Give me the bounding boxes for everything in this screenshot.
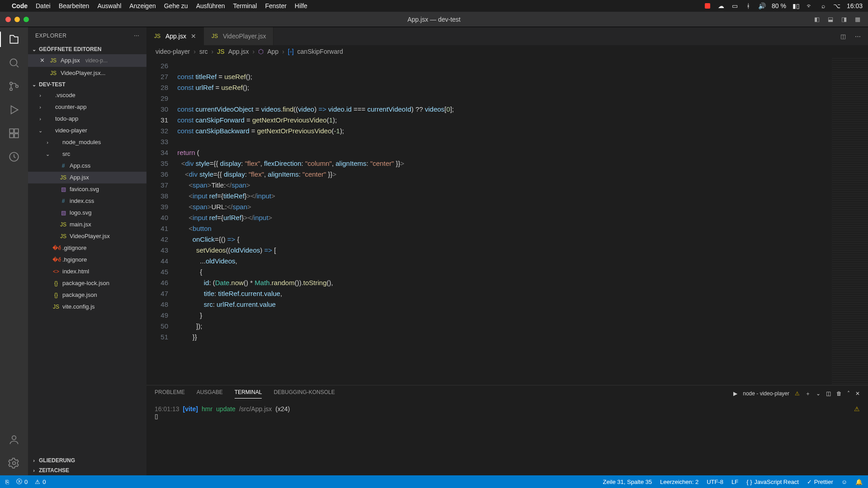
tree-file[interactable]: �ề.gitignore <box>28 242 146 254</box>
menu-select[interactable]: Auswahl <box>97 2 121 9</box>
terminal-process-icon[interactable]: ▶ <box>733 390 737 397</box>
open-editor-item[interactable]: JSVideoPlayer.jsx... <box>28 67 146 80</box>
tree-file[interactable]: JSVideoPlayer.jsx <box>28 230 146 242</box>
timeline-header[interactable]: ›ZEITACHSE <box>28 465 146 475</box>
split-editor-icon[interactable]: ◫ <box>838 31 848 41</box>
bluetooth-icon[interactable]: ᚼ <box>745 2 752 9</box>
svg-point-9 <box>12 436 16 440</box>
tree-file[interactable]: #index.css <box>28 195 146 207</box>
outline-header[interactable]: ›GLIEDERUNG <box>28 455 146 465</box>
tree-folder[interactable]: ›todo-app <box>28 113 146 125</box>
tree-file[interactable]: �ề.hgignore <box>28 254 146 266</box>
tree-folder[interactable]: ⌄src <box>28 148 146 160</box>
status-encoding[interactable]: UTF-8 <box>707 479 723 485</box>
cloud-icon[interactable]: ☁ <box>717 2 725 9</box>
svg-rect-7 <box>14 134 19 138</box>
menu-help[interactable]: Hilfe <box>295 2 307 9</box>
sidebar-more-icon[interactable]: ⋯ <box>134 33 140 39</box>
panel-tab-debug[interactable]: DEBUGGING-KONSOLE <box>274 389 335 399</box>
window-maximize-button[interactable] <box>24 17 29 22</box>
battery-percent[interactable]: 80 % <box>772 2 786 9</box>
tab-close-icon[interactable]: ✕ <box>191 33 196 40</box>
tree-folder[interactable]: ⌄video-player <box>28 125 146 136</box>
status-remote-icon[interactable]: ⎘ <box>5 479 9 485</box>
layout-left-icon[interactable]: ◧ <box>812 14 822 24</box>
panel-tab-problems[interactable]: PROBLEME <box>155 389 185 399</box>
tree-file[interactable]: ▧favicon.svg <box>28 183 146 195</box>
clock[interactable]: 16:03 <box>847 2 863 9</box>
tree-file[interactable]: JSvite.config.js <box>28 301 146 313</box>
menu-goto[interactable]: Gehe zu <box>164 2 188 9</box>
activity-extensions-icon[interactable] <box>6 126 22 141</box>
status-eol[interactable]: LF <box>731 479 738 485</box>
activity-search-icon[interactable] <box>6 55 22 70</box>
terminal-split-icon[interactable]: ◫ <box>826 390 831 397</box>
open-editors-header[interactable]: ⌄GEÖFFNETE EDITOREN <box>28 44 146 54</box>
tree-file[interactable]: JSmain.jsx <box>28 219 146 230</box>
macos-menubar: Code Datei Bearbeiten Auswahl Anzeigen G… <box>0 0 868 12</box>
activity-explorer-icon[interactable] <box>6 32 22 47</box>
wifi-icon[interactable]: ᯤ <box>806 2 813 9</box>
status-errors[interactable]: ⓧ 0 <box>16 478 28 486</box>
activity-debug-icon[interactable] <box>6 102 22 117</box>
status-warnings[interactable]: ⚠ 0 <box>35 479 46 485</box>
editor-body[interactable]: 2627282930313233343536373839404142434445… <box>146 58 868 385</box>
layout-right-icon[interactable]: ◨ <box>839 14 849 24</box>
terminal-trash-icon[interactable]: 🗑 <box>836 390 842 397</box>
layout-grid-icon[interactable]: ▦ <box>853 14 863 24</box>
editor-tab[interactable]: JSVideoPlayer.jsx <box>204 27 274 45</box>
project-header[interactable]: ⌄DEV-TEST <box>28 80 146 89</box>
tree-file[interactable]: JSApp.jsx <box>28 172 146 183</box>
terminal-process-label[interactable]: node - video-player <box>743 390 789 397</box>
tree-file[interactable]: {}package-lock.json <box>28 277 146 289</box>
menu-terminal[interactable]: Terminal <box>233 2 257 9</box>
minimap[interactable] <box>832 58 868 385</box>
terminal-dropdown-icon[interactable]: ⌄ <box>816 390 821 397</box>
tree-file[interactable]: {}package.json <box>28 289 146 301</box>
status-spaces[interactable]: Leerzeichen: 2 <box>660 479 698 485</box>
terminal-up-icon[interactable]: ˄ <box>847 390 850 397</box>
terminal-new-icon[interactable]: ＋ <box>805 390 811 398</box>
control-center-icon[interactable]: ⌥ <box>833 2 840 9</box>
breadcrumbs[interactable]: video-player› src› JSApp.jsx› ⬡App› [◦]c… <box>146 45 868 58</box>
menu-run[interactable]: Ausführen <box>196 2 225 9</box>
menu-window[interactable]: Fenster <box>265 2 286 9</box>
activity-settings-icon[interactable] <box>6 455 22 471</box>
status-prettier[interactable]: ✓ Prettier <box>807 479 833 485</box>
tree-file[interactable]: <>index.html <box>28 266 146 277</box>
terminal-body[interactable]: 16:01:13 [vite] hmr update /src/App.jsx … <box>146 402 868 475</box>
activity-liveshare-icon[interactable] <box>6 149 22 164</box>
tree-folder[interactable]: ›node_modules <box>28 136 146 148</box>
panel-tab-terminal[interactable]: TERMINAL <box>235 389 262 399</box>
panel-tab-output[interactable]: AUSGABE <box>197 389 223 399</box>
activity-scm-icon[interactable] <box>6 79 22 94</box>
tree-folder[interactable]: ›counter-app <box>28 101 146 113</box>
menu-app-name[interactable]: Code <box>12 2 28 9</box>
open-editor-item[interactable]: ✕JSApp.jsxvideo-p... <box>28 54 146 67</box>
window-close-button[interactable] <box>5 17 11 22</box>
display-icon[interactable]: ▭ <box>731 2 738 9</box>
status-feedback-icon[interactable]: ☺ <box>841 479 847 485</box>
status-cursor-pos[interactable]: Zeile 31, Spalte 35 <box>603 479 652 485</box>
editor-tab[interactable]: JSApp.jsx✕ <box>146 27 204 45</box>
menu-file[interactable]: Datei <box>36 2 51 9</box>
tree-folder[interactable]: ›.vscode <box>28 89 146 101</box>
tree-file[interactable]: #App.css <box>28 160 146 172</box>
menu-edit[interactable]: Bearbeiten <box>59 2 90 9</box>
search-icon[interactable]: ⌕ <box>820 2 827 9</box>
status-language[interactable]: { } JavaScript React <box>746 479 799 485</box>
code-area[interactable]: const titleRef = useRef(); const urlRef … <box>174 58 832 385</box>
editor-pane: JSApp.jsx✕JSVideoPlayer.jsx ◫ ⋯ video-pl… <box>146 27 868 475</box>
layout-bottom-icon[interactable]: ⬓ <box>826 14 835 24</box>
status-bell-icon[interactable]: 🔔 <box>855 479 863 485</box>
tab-more-icon[interactable]: ⋯ <box>853 31 863 41</box>
activity-account-icon[interactable] <box>6 432 22 447</box>
tree-file[interactable]: ▧logo.svg <box>28 207 146 219</box>
terminal-warning-icon[interactable]: ⚠ <box>795 390 800 397</box>
recording-icon[interactable] <box>704 2 711 9</box>
terminal-close-icon[interactable]: ✕ <box>855 390 860 397</box>
battery-icon[interactable]: ▮▯ <box>793 2 800 9</box>
volume-icon[interactable]: 🔊 <box>758 2 765 9</box>
window-minimize-button[interactable] <box>14 17 20 22</box>
menu-view[interactable]: Anzeigen <box>129 2 156 9</box>
